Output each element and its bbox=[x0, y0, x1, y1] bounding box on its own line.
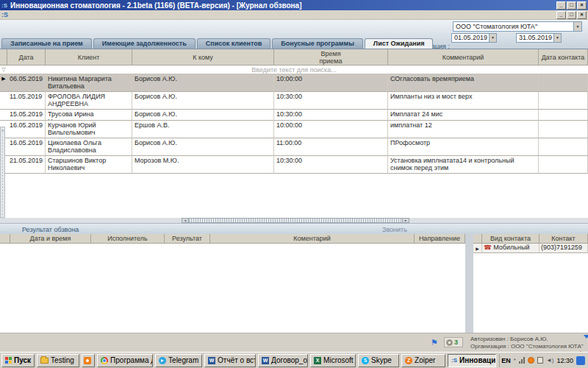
column-header-time[interactable]: Время приема bbox=[274, 49, 388, 66]
cell-time: 10:30:00 bbox=[274, 92, 388, 110]
table-header-row: Вид контакта Контакт bbox=[473, 234, 588, 244]
table-row[interactable]: 16.05.2019 Курчанов Юрий Вильгельмович Е… bbox=[0, 121, 588, 138]
cell-to: Борисов А.Ю. bbox=[132, 110, 274, 121]
scrollbar-thumb[interactable] bbox=[189, 219, 402, 222]
period-to-field[interactable]: 31.05.2019 ▼ bbox=[516, 33, 562, 43]
period-from-field[interactable]: 01.05.2019 ▼ bbox=[451, 33, 497, 43]
app-logo-icon: :S bbox=[451, 357, 457, 364]
clipboard-icon[interactable] bbox=[537, 357, 543, 364]
chevron-down-icon[interactable]: ▼ bbox=[489, 34, 496, 42]
start-button[interactable]: Пуск bbox=[1, 354, 35, 367]
column-header-comment[interactable]: Комментарий bbox=[388, 49, 539, 66]
sync-arrows-icon[interactable] bbox=[578, 339, 585, 347]
taskbar-button-telegram[interactable]: Telegram bbox=[155, 354, 202, 367]
taskbar-button-skype[interactable]: S Skype bbox=[358, 354, 399, 367]
cell-date: 06.05.2019 bbox=[7, 74, 46, 92]
splitter-handle-icon: › bbox=[1, 127, 4, 134]
tab-debtors[interactable]: Имеющие задолженность bbox=[93, 38, 196, 49]
minimize-icon[interactable]: _ bbox=[556, 1, 566, 10]
marker-column-header bbox=[0, 49, 7, 66]
table-row[interactable]: ▶ 06.05.2019 Никитина Маргарита Витальев… bbox=[0, 74, 588, 92]
cell-comment: Установка имплнатата14 и контрольный сни… bbox=[388, 156, 539, 174]
cell-to: Борисов А.Ю. bbox=[132, 92, 274, 110]
restore-icon[interactable]: □ bbox=[567, 1, 576, 10]
tray-app-icon[interactable]: * bbox=[514, 357, 516, 364]
system-tray: EN * ◄) 12:30 bbox=[499, 354, 587, 367]
row-marker bbox=[0, 92, 7, 110]
notification-badge[interactable]: 3 bbox=[444, 337, 463, 347]
column-header-comment[interactable]: Коментарий bbox=[210, 234, 415, 244]
taskbar-button-chrome[interactable]: Программа д... bbox=[97, 354, 153, 367]
row-marker bbox=[0, 110, 7, 121]
tab-bonus[interactable]: Бонусные программы bbox=[272, 38, 363, 49]
cell-comment: СОгласовать времяприема bbox=[388, 74, 539, 92]
column-header-direction[interactable]: Направление bbox=[415, 234, 465, 244]
taskbar-button-zoiper[interactable]: Z Zoiper bbox=[401, 354, 445, 367]
cell-to: Ершов А.В. bbox=[132, 121, 274, 138]
cell-contact-type: ☎Мобильный bbox=[482, 244, 539, 253]
table-row[interactable]: 11.05.2019 ФРОЛОВА ЛИДИЯ АНДРЕЕВНА Борис… bbox=[0, 92, 588, 110]
column-header-to[interactable]: К кому bbox=[132, 49, 274, 66]
table-row[interactable]: 21.05.2019 Старшинов Виктор Николаевич М… bbox=[0, 156, 588, 174]
contact-row[interactable]: ▶ ☎Мобильный (903)7191259 bbox=[473, 244, 588, 253]
column-header-executor[interactable]: Исполнитель bbox=[91, 234, 165, 244]
column-header-result[interactable]: Результат bbox=[165, 234, 210, 244]
taskbar-button-orange[interactable] bbox=[82, 354, 95, 367]
scrollbar-track-zone: ◄ ► bbox=[0, 218, 588, 223]
cell-contact-date bbox=[539, 74, 588, 92]
badge-count: 3 bbox=[454, 339, 458, 346]
mdi-minimize-icon[interactable]: _ bbox=[556, 11, 566, 19]
flag-icon[interactable]: ⚑ bbox=[431, 338, 438, 347]
taskbar-button-word-contract[interactable]: W Договор_от... bbox=[258, 354, 308, 367]
skype-icon: S bbox=[362, 357, 369, 364]
waiting-list-table: Дата Клиент К кому Время приема Коммента… bbox=[0, 49, 588, 218]
windows-logo-icon bbox=[5, 357, 12, 364]
table-row[interactable]: 16.05.2019 Циколаева Ольга Владиславовна… bbox=[0, 138, 588, 156]
column-header-datetime[interactable]: Дата и время bbox=[10, 234, 91, 244]
table-header-row: Дата Клиент К кому Время приема Коммента… bbox=[0, 49, 588, 66]
language-indicator[interactable]: EN bbox=[501, 357, 511, 364]
authorized-line: Авторизован : Борисов А.Ю. bbox=[470, 336, 548, 342]
search-row[interactable]: ▽ Введите текст для поиска... bbox=[0, 66, 588, 74]
row-marker-icon: ▶ bbox=[473, 244, 482, 253]
call-button[interactable]: Звонить bbox=[382, 226, 407, 233]
column-header-client[interactable]: Клиент bbox=[46, 49, 132, 66]
taskbar-button-testing[interactable]: Testing bbox=[37, 354, 79, 367]
scroll-right-icon[interactable]: ► bbox=[402, 219, 409, 222]
mdi-restore-icon[interactable]: □ bbox=[567, 11, 576, 19]
table-row[interactable]: 15.05.2019 Трусова Ирина Николаевна Бори… bbox=[0, 110, 588, 121]
tray-blue-icon[interactable] bbox=[576, 356, 585, 365]
tab-appointed[interactable]: Записанные на прием bbox=[1, 38, 92, 49]
close-icon[interactable]: × bbox=[577, 1, 587, 10]
taskbar-button-app-active[interactable]: :S Инновацио... bbox=[448, 354, 496, 367]
left-splitter[interactable]: › bbox=[0, 127, 5, 218]
chevron-down-icon[interactable]: ▼ bbox=[553, 34, 561, 42]
volume-icon[interactable]: ◄) bbox=[546, 357, 554, 364]
cell-client: Трусова Ирина Николаевна bbox=[46, 110, 132, 121]
cell-date: 21.05.2019 bbox=[7, 156, 46, 174]
table-header-row: Дата и время Исполнитель Результат Комен… bbox=[0, 234, 465, 244]
column-header-contact[interactable]: Контакт bbox=[539, 234, 588, 244]
tray-clock[interactable]: 12:30 bbox=[556, 357, 573, 364]
horizontal-scrollbar[interactable]: ◄ ► bbox=[182, 218, 409, 223]
column-header-date[interactable]: Дата bbox=[7, 49, 46, 66]
column-header-contact-type[interactable]: Вид контакта bbox=[482, 234, 539, 244]
scroll-left-icon[interactable]: ◄ bbox=[182, 219, 189, 222]
taskbar-button-word-report[interactable]: W Отчёт о вст... bbox=[204, 354, 256, 367]
antivirus-icon[interactable] bbox=[528, 357, 534, 364]
column-header-contact-date[interactable]: Дата контакта bbox=[539, 49, 588, 66]
folder-icon bbox=[40, 358, 49, 364]
tab-waiting-list[interactable]: Лист Ожидания bbox=[365, 38, 434, 49]
taskbar-button-excel[interactable]: X Microsoft Exc... bbox=[310, 354, 356, 367]
window-title: Инновационная стоматология - 2.1beta (11… bbox=[10, 1, 556, 10]
chevron-down-icon[interactable]: ▼ bbox=[573, 22, 581, 31]
cell-to: Борисов А.Ю. bbox=[132, 138, 274, 156]
cell-contact-date bbox=[539, 92, 588, 110]
status-bar: ⚑ 3 Авторизован : Борисов А.Ю. Организац… bbox=[0, 333, 588, 352]
organization-select[interactable]: ООО "Стоматология ЮТА" ▼ bbox=[453, 21, 582, 32]
mdi-close-icon[interactable]: × bbox=[577, 11, 587, 19]
tab-clients[interactable]: Список клиентов bbox=[197, 38, 271, 49]
signal-icon[interactable] bbox=[519, 357, 525, 364]
search-input[interactable]: Введите текст для поиска... bbox=[0, 66, 588, 74]
cell-comment: ПРофосмотр bbox=[388, 138, 539, 156]
